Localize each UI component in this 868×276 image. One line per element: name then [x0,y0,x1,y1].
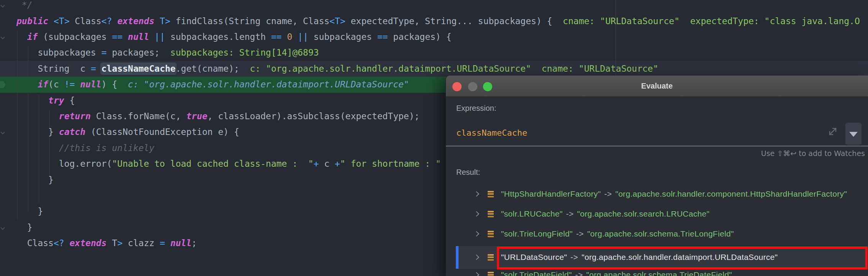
fold-marker-icon[interactable] [0,35,5,39]
result-row-text: "org.apache.solr.schema.TrieLongField" [587,229,734,238]
expression-divider [446,146,868,146]
dialog-title: Evaluate [446,76,868,97]
result-row-text: "URLDataSource" [501,253,567,262]
result-row-text: "solr.LRUCache" [501,209,563,219]
code-line: if (subpackages == null || subpackages.l… [16,29,868,45]
expand-chevron-icon[interactable] [474,272,479,276]
expand-chevron-icon[interactable] [474,211,479,217]
result-row-text: "HttpShardHandlerFactory" [501,189,601,199]
result-row-text: "solr.TrieDateField" [501,270,572,276]
result-row-text: -> [563,209,577,219]
result-row-text: "org.apache.solr.search.LRUCache" [577,209,710,219]
result-row-text: -> [572,270,586,276]
code-line: */ [16,0,868,13]
result-row-text: "org.apache.solr.schema.TrieDateField" [586,270,732,276]
result-row[interactable]: "solr.TrieDateField"->"org.apache.solr.s… [446,265,868,276]
fold-marker-icon[interactable] [0,225,5,230]
result-row[interactable]: "HttpShardHandlerFactory"->"org.apache.s… [446,184,868,204]
minimize-button[interactable] [468,82,477,91]
watches-hint: Use ⇧⌘↩ to add to Watches [761,149,865,158]
zoom-button[interactable] [483,82,492,91]
result-row[interactable]: "solr.LRUCache"->"org.apache.solr.search… [446,204,868,224]
value-icon [488,254,494,261]
value-icon [488,272,494,276]
fold-marker-icon[interactable] [0,130,5,134]
expand-chevron-icon[interactable] [474,191,479,197]
expand-icon[interactable] [827,126,839,139]
chevron-down-icon [849,132,858,137]
fold-marker-icon[interactable] [0,3,5,7]
result-row-text: -> [601,189,616,199]
result-row-text: -> [567,253,581,262]
expression-input[interactable]: classNameCache [456,127,527,139]
value-icon [488,191,494,197]
history-dropdown-button[interactable] [845,123,861,145]
code-line: public <T> Class<? extends T> findClass(… [16,13,868,29]
expand-chevron-icon[interactable] [474,231,479,237]
result-row[interactable]: "solr.TrieLongField"->"org.apache.solr.s… [446,224,868,244]
code-line: subpackages = packages; subpackages: Str… [16,45,868,61]
value-icon [488,211,494,217]
result-row-selected[interactable]: "URLDataSource"->"org.apache.solr.handle… [446,247,868,267]
value-icon [488,231,494,237]
result-row-text: "org.apache.solr.handler.dataimport.URLD… [581,253,778,262]
expand-chevron-icon[interactable] [474,255,479,260]
dialog-titlebar[interactable]: Evaluate [446,76,868,97]
close-button[interactable] [452,82,462,91]
result-label: Result: [456,168,480,177]
evaluate-dialog[interactable]: Evaluate Expression: classNameCache Use … [445,76,868,276]
result-row-text: -> [573,229,587,238]
result-row-text: "solr.TrieLongField" [501,229,573,238]
expression-label: Expression: [456,104,496,113]
code-line: String c = classNameCache.get(cname); c:… [16,61,868,77]
result-row-text: "org.apache.solr.handler.component.HttpS… [615,189,847,199]
